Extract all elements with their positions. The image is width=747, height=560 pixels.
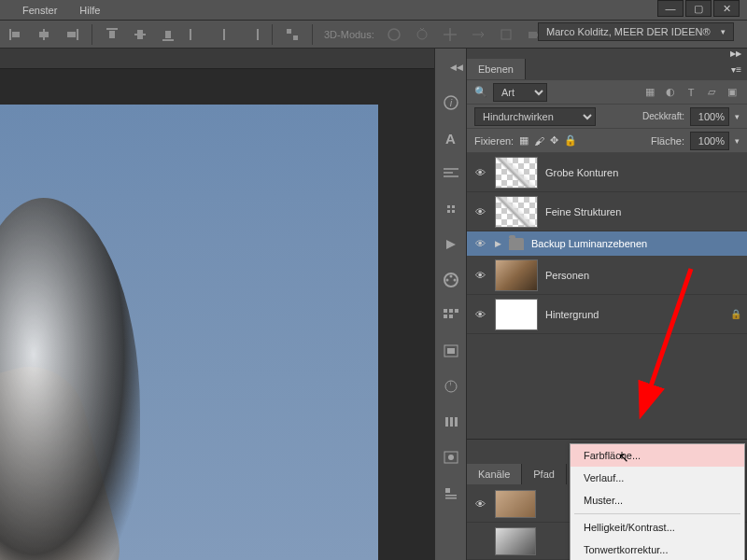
filter-smart-icon[interactable]: ▣ (725, 85, 740, 100)
layer-name[interactable]: Hintergrund (545, 309, 599, 320)
menu-hilfe[interactable]: Hilfe (79, 5, 100, 16)
layer-row[interactable]: 👁 Personen (467, 256, 747, 295)
properties-panel-icon[interactable] (442, 483, 460, 502)
distribute-right-icon[interactable] (244, 26, 261, 43)
menu-item-pattern[interactable]: Muster... (571, 489, 744, 511)
layers-tab[interactable]: Ebenen (467, 59, 526, 79)
visibility-icon[interactable]: 👁 (472, 270, 487, 281)
distribute-h-icon[interactable] (216, 26, 233, 43)
svg-rect-11 (165, 31, 171, 38)
layer-name[interactable]: Feine Strukturen (545, 206, 621, 217)
color-panel-icon[interactable] (442, 271, 460, 289)
canvas[interactable] (0, 105, 378, 560)
3d-scale-icon[interactable] (498, 26, 514, 43)
fill-input[interactable] (690, 132, 729, 150)
svg-rect-7 (109, 31, 115, 38)
layer-name[interactable]: Grobe Konturen (545, 167, 618, 178)
chevron-down-icon[interactable]: ▾ (735, 112, 740, 121)
close-button[interactable]: ✕ (713, 0, 740, 17)
layer-thumbnail[interactable] (495, 299, 538, 330)
paths-tab[interactable]: Pfad (522, 464, 567, 484)
lock-pixels-icon[interactable]: 🖌 (534, 135, 544, 147)
svg-rect-32 (449, 309, 453, 313)
filter-kind-select[interactable]: Art (493, 83, 547, 102)
lock-position-icon[interactable]: ✥ (550, 134, 558, 147)
svg-rect-45 (445, 495, 457, 497)
expand-icon[interactable]: ◀◀ (447, 58, 466, 77)
swatches-panel-icon[interactable] (442, 306, 460, 325)
3d-roll-icon[interactable] (414, 26, 430, 43)
history-panel-icon[interactable] (442, 413, 460, 431)
lock-all-icon[interactable]: 🔒 (564, 134, 577, 147)
3d-pan-icon[interactable] (442, 26, 458, 43)
visibility-icon[interactable]: 👁 (472, 309, 487, 320)
play-panel-icon[interactable] (442, 235, 460, 254)
align-center-h-icon[interactable] (35, 26, 52, 43)
layer-row[interactable]: 👁 Hintergrund 🔒 (467, 295, 747, 334)
maximize-button[interactable]: ▢ (685, 0, 712, 17)
panel-menu-icon[interactable]: ▾≡ (731, 64, 741, 75)
layer-group-row[interactable]: 👁 ▶ Backup Luminanzebenen (467, 231, 747, 256)
align-right-icon[interactable] (63, 26, 80, 43)
visibility-icon[interactable]: 👁 (472, 238, 487, 249)
chevron-down-icon[interactable]: ▾ (735, 136, 740, 146)
lock-icon: 🔒 (730, 309, 741, 319)
distribute-top-icon[interactable] (104, 26, 120, 43)
channel-thumbnail[interactable] (495, 490, 536, 518)
preset-label: Marco Kolditz, MEER DER IDEEN® (546, 26, 711, 37)
info-panel-icon[interactable]: i (442, 93, 460, 112)
menu-bar: Fenster Hilfe (0, 0, 747, 21)
styles-panel-icon[interactable] (442, 342, 460, 360)
collapse-icon[interactable]: ▶▶ (730, 49, 741, 58)
distribute-bottom-icon[interactable] (160, 26, 176, 43)
layer-name[interactable]: Personen (545, 270, 589, 281)
menu-item-brightness[interactable]: Helligkeit/Kontrast... (571, 516, 744, 539)
distribute-center-v-icon[interactable] (132, 26, 148, 43)
svg-rect-35 (449, 315, 453, 318)
layer-row[interactable]: 👁 Grobe Konturen (467, 153, 747, 192)
svg-rect-0 (9, 29, 11, 40)
layer-row[interactable]: 👁 Feine Strukturen (467, 192, 747, 231)
menu-separator (574, 513, 740, 514)
fill-label: Fläche: (651, 135, 684, 147)
blend-mode-select[interactable]: Hindurchwirken (474, 107, 596, 126)
channel-thumbnail[interactable] (495, 527, 536, 555)
svg-text:i: i (449, 97, 452, 108)
layer-name[interactable]: Backup Luminanzebenen (531, 238, 647, 249)
layer-thumbnail[interactable] (495, 259, 538, 291)
channels-tab[interactable]: Kanäle (467, 464, 522, 484)
lock-transparent-icon[interactable]: ▦ (519, 134, 529, 147)
brush-panel-icon[interactable] (442, 200, 460, 218)
visibility-icon[interactable]: 👁 (472, 167, 487, 178)
align-left-icon[interactable] (7, 26, 24, 43)
disclosure-triangle-icon[interactable]: ▶ (495, 239, 501, 248)
auto-align-icon[interactable] (284, 26, 301, 43)
menu-item-gradient[interactable]: Verlauf... (571, 467, 744, 489)
filter-pixel-icon[interactable]: ▦ (642, 85, 657, 100)
document-tab-strip[interactable] (0, 49, 434, 69)
paragraph-panel-icon[interactable] (442, 164, 460, 183)
filter-shape-icon[interactable]: ▱ (704, 85, 719, 100)
visibility-icon[interactable]: 👁 (472, 206, 487, 217)
minimize-button[interactable]: — (657, 0, 684, 17)
svg-point-29 (453, 279, 456, 282)
filter-type-icon[interactable]: T (684, 85, 698, 100)
svg-rect-15 (287, 29, 291, 34)
mode3d-label: 3D-Modus: (324, 29, 374, 40)
menu-item-solid-color[interactable]: Farbfläche... (571, 444, 744, 467)
menu-item-levels[interactable]: Tonwertkorrektur... (571, 539, 744, 560)
filter-adjust-icon[interactable]: ◐ (663, 85, 678, 100)
3d-slide-icon[interactable] (470, 26, 486, 43)
visibility-icon[interactable]: 👁 (472, 498, 487, 510)
character-panel-icon[interactable]: A (442, 129, 460, 147)
navigator-panel-icon[interactable] (442, 448, 460, 467)
layer-thumbnail[interactable] (495, 157, 538, 189)
workspace-preset[interactable]: Marco Kolditz, MEER DER IDEEN® ▾ (538, 22, 734, 41)
opacity-input[interactable] (690, 107, 729, 126)
distribute-left-icon[interactable] (188, 26, 204, 43)
3d-orbit-icon[interactable] (386, 26, 402, 43)
layer-thumbnail[interactable] (495, 196, 538, 228)
chevron-down-icon: ▾ (721, 27, 726, 36)
menu-fenster[interactable]: Fenster (22, 5, 57, 16)
adjustments-panel-icon[interactable] (442, 377, 460, 396)
